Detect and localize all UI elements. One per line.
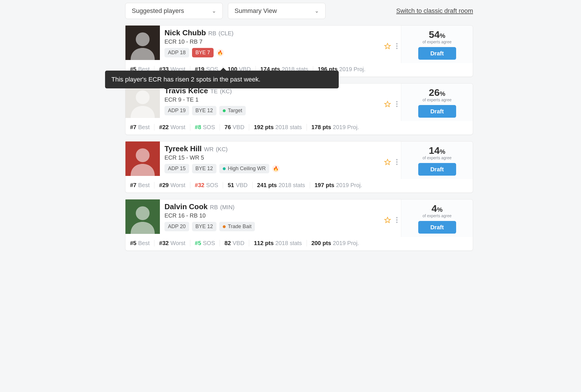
extra-tag: Target — [219, 106, 246, 115]
stat-item: #7Best — [130, 182, 154, 189]
player-info: Nick ChubbRB(CLE)ECR 10 - RB 7ADP 18BYE … — [160, 26, 384, 63]
stat-label: Worst — [171, 240, 185, 247]
draft-button[interactable]: Draft — [418, 47, 456, 60]
tag-dot-icon — [223, 225, 226, 228]
extra-tag: Trade Bait — [219, 222, 255, 231]
star-icon[interactable] — [384, 159, 391, 166]
bye-tag: BYE 7 — [192, 48, 214, 57]
more-menu-icon[interactable] — [395, 42, 399, 50]
stat-label: VBD — [233, 240, 244, 247]
player-name[interactable]: Nick Chubb — [164, 28, 206, 37]
stat-label: Best — [138, 182, 150, 189]
tag-dot-icon — [223, 167, 226, 170]
stat-value: #8 — [195, 124, 201, 131]
stat-item: 112 pts2018 stats — [249, 240, 307, 247]
player-ecr: ECR 10 - RB 7 — [164, 38, 379, 45]
stat-item: 76VBD — [220, 124, 249, 131]
fire-icon[interactable]: 🔥 — [272, 165, 280, 172]
stat-label: SOS — [203, 240, 215, 247]
player-card: Dalvin CookRB(MIN)ECR 16 - RB 10ADP 20BY… — [125, 199, 473, 251]
draft-panel: 14%of experts agreeDraft — [401, 141, 473, 179]
stat-label: VBD — [233, 124, 244, 131]
stat-value: 241 pts — [257, 182, 277, 189]
switch-classic-link[interactable]: Switch to classic draft room — [396, 7, 473, 15]
percent-value: 4 — [431, 203, 437, 214]
svg-marker-11 — [385, 217, 390, 223]
stat-value: 200 pts — [311, 240, 331, 247]
stat-value: #29 — [159, 182, 169, 189]
svg-marker-2 — [385, 43, 390, 49]
percent-sign: % — [440, 90, 446, 98]
card-top: Dalvin CookRB(MIN)ECR 16 - RB 10ADP 20BY… — [125, 199, 473, 237]
card-actions — [384, 84, 401, 121]
expert-percent: 54% — [429, 29, 445, 40]
stat-item: 197 pts2019 Proj. — [310, 182, 367, 189]
player-team: (CLE) — [218, 30, 233, 37]
player-photo — [125, 141, 160, 176]
percent-value: 26 — [429, 87, 440, 98]
adp-tag: ADP 15 — [164, 164, 189, 173]
bye-tag: BYE 12 — [192, 106, 216, 115]
player-card: Nick ChubbRB(CLE)ECR 10 - RB 7ADP 18BYE … — [125, 25, 473, 77]
more-menu-icon[interactable] — [395, 158, 399, 166]
card-top: Tyreek HillWR(KC)ECR 15 - WR 5ADP 15BYE … — [125, 141, 473, 179]
card-top: Travis KelceTE(KC)ECR 9 - TE 1ADP 19BYE … — [125, 84, 473, 121]
fire-icon[interactable]: 🔥 — [216, 49, 224, 57]
stat-value: #5 — [130, 240, 136, 247]
draft-button[interactable]: Draft — [418, 163, 456, 176]
stat-item: 241 pts2018 stats — [253, 182, 310, 189]
player-ecr: ECR 15 - WR 5 — [164, 154, 379, 161]
draft-panel: 4%of experts agreeDraft — [401, 199, 473, 237]
stat-item: #8SOS — [190, 124, 220, 131]
player-tags: ADP 15BYE 12High Ceiling WR🔥 — [164, 164, 379, 173]
extra-tag-label: Trade Bait — [228, 224, 251, 230]
stat-label: 2019 Proj. — [333, 124, 359, 131]
stat-value: 197 pts — [315, 182, 334, 189]
svg-point-7 — [136, 148, 150, 162]
adp-tag: ADP 18 — [164, 48, 189, 57]
player-info: Tyreek HillWR(KC)ECR 15 - WR 5ADP 15BYE … — [160, 141, 384, 179]
draft-button[interactable]: Draft — [418, 221, 456, 234]
stat-value: #7 — [130, 124, 136, 131]
draft-button[interactable]: Draft — [418, 105, 456, 118]
players-select[interactable]: Suggested players⌄ — [125, 3, 223, 19]
star-icon[interactable] — [384, 43, 391, 50]
svg-point-10 — [136, 206, 150, 220]
stat-label: SOS — [206, 182, 218, 189]
chevron-down-icon: ⌄ — [212, 8, 216, 14]
card-actions — [384, 141, 401, 179]
svg-marker-8 — [385, 159, 390, 165]
experts-agree-label: of experts agree — [423, 98, 452, 102]
svg-point-4 — [136, 90, 150, 104]
star-icon[interactable] — [384, 101, 391, 108]
percent-value: 14 — [429, 145, 440, 156]
expert-percent: 26% — [429, 87, 445, 98]
view-select[interactable]: Summary View⌄ — [228, 3, 326, 19]
stat-label: VBD — [236, 182, 247, 189]
player-position: WR — [204, 146, 214, 153]
stat-label: Best — [138, 124, 150, 131]
player-name[interactable]: Dalvin Cook — [164, 202, 208, 211]
name-line: Nick ChubbRB(CLE) — [164, 28, 379, 37]
adp-tag: ADP 19 — [164, 106, 189, 115]
draft-panel: 26%of experts agreeDraft — [401, 84, 473, 121]
player-photo — [125, 84, 160, 118]
stat-value: #22 — [159, 124, 169, 131]
player-photo — [125, 26, 160, 60]
player-card: Travis KelceTE(KC)ECR 9 - TE 1ADP 19BYE … — [125, 83, 473, 135]
stat-value: #32 — [195, 182, 204, 189]
expert-percent: 14% — [429, 145, 445, 156]
star-icon[interactable] — [384, 217, 391, 224]
percent-sign: % — [440, 148, 446, 156]
player-team: (KC) — [216, 146, 228, 153]
more-menu-icon[interactable] — [395, 100, 399, 108]
extra-tag-label: Target — [228, 108, 242, 114]
more-menu-icon[interactable] — [395, 216, 399, 224]
percent-sign: % — [440, 32, 446, 40]
stat-item: #29Worst — [154, 182, 190, 189]
player-tags: ADP 20BYE 12Trade Bait — [164, 222, 379, 231]
adp-tag: ADP 20 — [164, 222, 189, 231]
player-name[interactable]: Tyreek Hill — [164, 144, 202, 153]
player-info: Travis KelceTE(KC)ECR 9 - TE 1ADP 19BYE … — [160, 84, 384, 121]
stat-value: 51 — [228, 182, 234, 189]
